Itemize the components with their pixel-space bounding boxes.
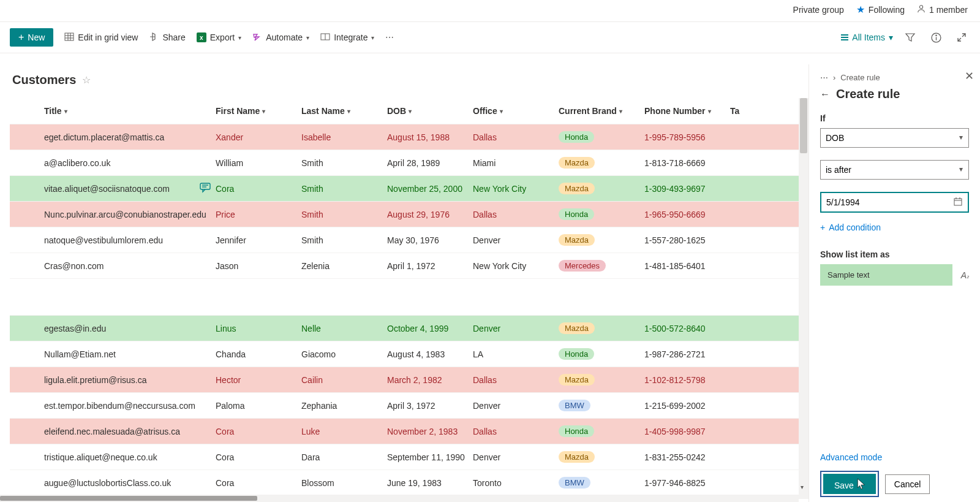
title-cell: Nullam@Etiam.net	[44, 349, 116, 359]
column-header[interactable]: Last Name▾	[301, 106, 387, 116]
dob-cell: August 15, 1988	[387, 132, 473, 142]
export-button[interactable]: x Export ▾	[197, 32, 241, 42]
edit-in-grid-button[interactable]: Edit in grid view	[64, 32, 138, 44]
last-name-cell: Smith	[301, 158, 387, 168]
title-cell: Cras@non.com	[44, 261, 104, 271]
column-select[interactable]	[820, 128, 969, 148]
column-header[interactable]: Current Brand▾	[559, 106, 644, 116]
grid-icon	[64, 32, 74, 44]
phone-cell: 1-977-946-8825	[644, 478, 730, 488]
column-header[interactable]: Office▾	[473, 106, 559, 116]
office-cell: Dallas	[473, 210, 559, 219]
scroll-down-icon[interactable]: ▾	[801, 484, 804, 490]
column-header[interactable]: First Name▾	[216, 106, 301, 116]
phone-cell: 1-309-493-9697	[644, 184, 730, 194]
star-icon: ★	[856, 4, 865, 15]
table-row[interactable]: vitae.aliquet@sociisnatoque.comCoraSmith…	[10, 175, 809, 201]
share-icon	[149, 32, 159, 44]
first-name-cell: Cora	[216, 184, 301, 194]
table-row[interactable]: natoque@vestibulumlorem.eduJenniferSmith…	[10, 227, 809, 253]
office-cell: Dallas	[473, 375, 559, 385]
integrate-label: Integrate	[334, 32, 368, 42]
share-button[interactable]: Share	[149, 32, 185, 44]
brand-pill: BMW	[559, 477, 590, 489]
chevron-down-icon: ▾	[306, 34, 309, 41]
column-header[interactable]: DOB▾	[387, 106, 473, 116]
integrate-button[interactable]: Integrate ▾	[320, 32, 374, 44]
phone-cell: 1-405-998-9987	[644, 427, 730, 436]
table-row[interactable]: Cras@non.comJasonZeleniaApril 1, 1972New…	[10, 253, 809, 278]
first-name-cell: Cora	[216, 478, 301, 488]
table-row[interactable]: augue@luctuslobortisClass.co.ukCoraBloss…	[10, 470, 809, 495]
font-style-button[interactable]: A	[961, 270, 969, 280]
integrate-icon	[320, 32, 330, 44]
svg-point-0	[919, 6, 922, 9]
advanced-mode-link[interactable]: Advanced mode	[820, 452, 969, 462]
plus-icon: +	[820, 222, 825, 232]
column-header[interactable]: Ta	[730, 106, 767, 116]
phone-cell: 1-995-789-5956	[644, 132, 730, 142]
list-view-icon	[841, 34, 848, 40]
excel-icon: x	[197, 32, 206, 42]
title-cell: augue@luctuslobortisClass.co.uk	[44, 478, 171, 488]
title-cell: Nunc.pulvinar.arcu@conubianostraper.edu	[44, 210, 206, 219]
title-cell: vitae.aliquet@sociisnatoque.com	[44, 184, 170, 194]
vertical-scrollbar[interactable]: ▾	[799, 98, 809, 499]
members-link[interactable]: 1 member	[917, 4, 968, 15]
view-selector[interactable]: All Items ▾	[841, 32, 893, 42]
cancel-button[interactable]: Cancel	[885, 474, 930, 494]
comment-icon[interactable]	[200, 183, 211, 195]
brand-pill: Mercedes	[559, 260, 606, 272]
table-row[interactable]: Nullam@Etiam.netChandaGiacomoAugust 4, 1…	[10, 341, 809, 367]
brand-pill: Mazda	[559, 322, 595, 334]
back-button[interactable]: ←	[820, 89, 830, 100]
column-header[interactable]: Phone Number▾	[644, 106, 730, 116]
table-row[interactable]: eleifend.nec.malesuada@atrisus.caCoraLuk…	[10, 418, 809, 444]
last-name-cell: Giacomo	[301, 349, 387, 359]
condition-select[interactable]	[820, 160, 969, 180]
breadcrumb-more[interactable]: ⋯	[820, 73, 828, 82]
horizontal-scrollbar[interactable]	[0, 495, 799, 502]
add-condition-button[interactable]: + Add condition	[820, 222, 969, 232]
first-name-cell: Cora	[216, 427, 301, 436]
person-icon	[917, 4, 925, 15]
brand-pill: Mazda	[559, 157, 595, 169]
last-name-cell: Zelenia	[301, 261, 387, 271]
more-button[interactable]: ⋯	[385, 32, 394, 42]
table-row[interactable]: eget.dictum.placerat@mattis.caXanderIsab…	[10, 124, 809, 150]
export-label: Export	[210, 32, 235, 42]
brand-pill: Honda	[559, 348, 594, 360]
following-toggle[interactable]: ★ Following	[856, 4, 905, 15]
last-name-cell: Dara	[301, 452, 387, 462]
info-button[interactable]	[927, 29, 944, 46]
view-label: All Items	[852, 32, 885, 42]
expand-button[interactable]	[953, 29, 970, 46]
table-row[interactable]: egestas@in.eduLinusNelleOctober 4, 1999D…	[10, 315, 809, 341]
close-button[interactable]: ✕	[965, 69, 974, 83]
table-row[interactable]: est.tempor.bibendum@neccursusa.comPaloma…	[10, 392, 809, 418]
phone-cell: 1-215-699-2002	[644, 401, 730, 411]
date-input[interactable]	[820, 192, 969, 213]
table-row[interactable]: a@aclibero.co.ukWilliamSmithApril 28, 19…	[10, 150, 809, 175]
dob-cell: November 25, 2000	[387, 184, 473, 194]
phone-cell: 1-557-280-1625	[644, 235, 730, 245]
show-as-label: Show list item as	[820, 249, 969, 259]
first-name-cell: Price	[216, 210, 301, 219]
sample-preview[interactable]: Sample text	[820, 264, 952, 286]
phone-cell: 1-500-572-8640	[644, 324, 730, 333]
column-header[interactable]: Title▾	[44, 106, 216, 116]
table-row[interactable]: Nunc.pulvinar.arcu@conubianostraper.eduP…	[10, 201, 809, 227]
save-button[interactable]: Save	[823, 474, 876, 494]
scrollbar-thumb[interactable]	[800, 98, 807, 153]
table-row[interactable]: ligula.elit.pretium@risus.caHectorCailin…	[10, 367, 809, 392]
filter-button[interactable]	[902, 29, 919, 46]
favorite-star-icon[interactable]: ☆	[82, 74, 91, 86]
table-row[interactable]: tristique.aliquet@neque.co.ukCoraDaraSep…	[10, 444, 809, 470]
members-label: 1 member	[929, 5, 968, 15]
office-cell: Dallas	[473, 132, 559, 142]
new-button[interactable]: + New	[10, 28, 53, 47]
title-cell: est.tempor.bibendum@neccursusa.com	[44, 401, 195, 411]
dob-cell: May 30, 1976	[387, 235, 473, 245]
automate-button[interactable]: Automate ▾	[252, 32, 309, 44]
scrollbar-thumb[interactable]	[0, 496, 257, 501]
